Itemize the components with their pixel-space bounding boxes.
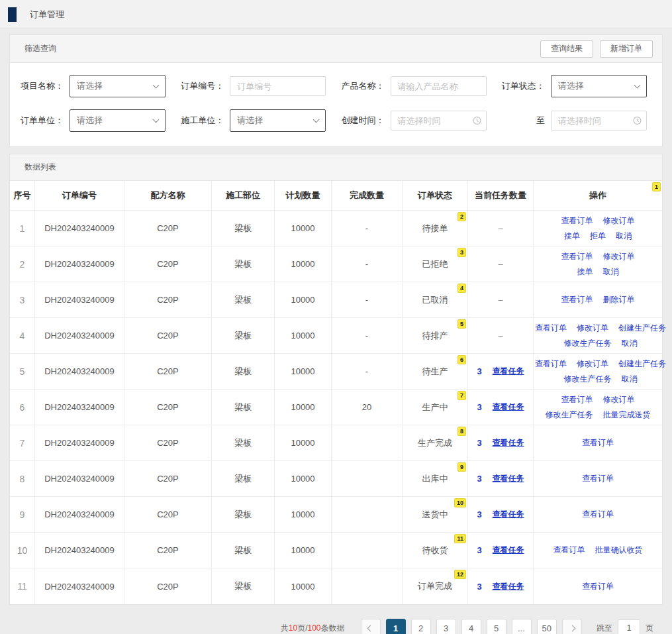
page-button-4[interactable]: 4 <box>461 619 481 634</box>
order-no-input[interactable] <box>230 76 326 96</box>
cancel-order-link[interactable]: 取消 <box>616 231 632 242</box>
formula-cell: C20P <box>124 425 212 460</box>
view-order-link[interactable]: 查看订单 <box>582 581 614 592</box>
task-count-cell: 3查看任务 <box>468 497 534 532</box>
next-page-button[interactable] <box>562 619 582 634</box>
column-header-8: 操作1 <box>534 181 662 210</box>
order-status-select[interactable]: 请选择 <box>551 75 647 97</box>
view-order-link[interactable]: 查看订单 <box>561 251 593 262</box>
cancel-order-link[interactable]: 取消 <box>622 374 638 385</box>
created-time-end-picker[interactable] <box>551 111 647 131</box>
order-unit-select[interactable]: 请选择 <box>70 109 166 132</box>
order-status-cell: 待排产5 <box>403 318 468 353</box>
view-order-link[interactable]: 查看订单 <box>561 294 593 305</box>
create-production-task-link[interactable]: 创建生产任务 <box>618 358 666 370</box>
order-no-cell: DH202403240009 <box>35 390 124 425</box>
page-button-3[interactable]: 3 <box>436 619 456 634</box>
status-text: 待排产 <box>422 330 448 342</box>
delete-order-link[interactable]: 删除订单 <box>603 294 635 305</box>
edit-order-link[interactable]: 修改订单 <box>603 215 635 227</box>
table-row: 9DH202403240009C20P梁板10000送货中103查看任务查看订单 <box>10 497 662 533</box>
task-count[interactable]: 3 <box>477 582 481 592</box>
select-value: 请选择 <box>237 115 263 127</box>
page-button-5[interactable]: 5 <box>487 619 506 634</box>
table-row: 7DH202403240009C20P梁板10000生产完成83查看任务查看订单 <box>10 425 662 461</box>
pagination: 共10页/100条数据 12345...50 跳至 页 <box>19 619 653 634</box>
batch-complete-delivery-link[interactable]: 批量完成送货 <box>603 409 651 421</box>
title-marker <box>8 7 17 22</box>
annotation-badge: 6 <box>457 355 466 364</box>
edit-production-task-link[interactable]: 修改生产任务 <box>564 374 612 385</box>
task-count[interactable]: 3 <box>477 438 481 448</box>
product-name-input[interactable] <box>391 76 487 96</box>
view-order-link[interactable]: 查看订单 <box>535 358 567 370</box>
view-tasks-link[interactable]: 查看任务 <box>493 581 524 592</box>
created-time-start-picker[interactable] <box>391 111 487 131</box>
view-order-link[interactable]: 查看订单 <box>582 509 614 520</box>
column-header-5: 完成数量 <box>332 181 403 210</box>
table-row: 4DH202403240009C20P梁板10000-待排产5–查看订单修改订单… <box>10 318 662 354</box>
annotation-badge: 2 <box>457 212 466 221</box>
prev-page-button[interactable] <box>361 619 381 634</box>
data-list-title: 数据列表 <box>24 162 56 173</box>
formula-cell: C20P <box>124 497 212 532</box>
project-name-select[interactable]: 请选择 <box>70 75 166 97</box>
construction-unit-select[interactable]: 请选择 <box>230 109 326 132</box>
query-result-button[interactable]: 查询结果 <box>540 40 593 58</box>
view-order-link[interactable]: 查看订单 <box>582 437 614 449</box>
cancel-order-link[interactable]: 取消 <box>603 266 619 278</box>
view-tasks-link[interactable]: 查看任务 <box>493 545 524 556</box>
operations-cell: 查看订单 <box>534 497 662 532</box>
page-button-1[interactable]: 1 <box>386 619 406 634</box>
created-time-field: 创建时间： <box>335 109 495 132</box>
construction-part-cell: 梁板 <box>212 461 275 496</box>
jump-page-input[interactable] <box>618 619 640 634</box>
view-tasks-link[interactable]: 查看任务 <box>493 509 524 520</box>
page-button-50[interactable]: 50 <box>537 619 557 634</box>
view-order-link[interactable]: 查看订单 <box>535 323 567 334</box>
batch-confirm-receipt-link[interactable]: 批量确认收货 <box>595 545 643 556</box>
task-count[interactable]: 3 <box>477 366 481 376</box>
table-row: 5DH202403240009C20P梁板10000-待生产63查看任务查看订单… <box>10 354 662 390</box>
row-seq: 5 <box>10 354 35 389</box>
edit-production-task-link[interactable]: 修改生产任务 <box>564 338 612 349</box>
view-tasks-link[interactable]: 查看任务 <box>493 401 524 413</box>
add-order-button[interactable]: 新增订单 <box>600 40 653 58</box>
create-production-task-link[interactable]: 创建生产任务 <box>618 323 666 334</box>
construction-unit-field: 施工单位： 请选择 <box>174 109 334 132</box>
view-tasks-link[interactable]: 查看任务 <box>493 473 524 484</box>
edit-production-task-link[interactable]: 修改生产任务 <box>546 409 593 421</box>
edit-order-link[interactable]: 修改订单 <box>577 358 608 370</box>
operations-line: 修改生产任务批量完成送货 <box>546 409 651 421</box>
task-count[interactable]: 3 <box>477 509 481 519</box>
table-body: 1DH202403240009C20P梁板10000-待接单2–查看订单修改订单… <box>10 211 662 604</box>
column-header-4: 计划数量 <box>275 181 332 210</box>
view-tasks-link[interactable]: 查看任务 <box>493 437 524 449</box>
page-ellipsis-button[interactable]: ... <box>512 619 532 634</box>
column-header-label: 完成数量 <box>350 189 384 201</box>
view-order-link[interactable]: 查看订单 <box>582 473 614 484</box>
edit-order-link[interactable]: 修改订单 <box>577 323 608 334</box>
view-order-link[interactable]: 查看订单 <box>553 545 585 556</box>
cancel-order-link[interactable]: 取消 <box>622 338 638 349</box>
task-count-cell: 3查看任务 <box>468 461 534 496</box>
reject-order-link[interactable]: 拒单 <box>590 231 606 242</box>
annotation-badge: 4 <box>457 284 466 293</box>
created-time-label: 创建时间： <box>335 115 391 127</box>
row-seq: 8 <box>10 461 35 496</box>
task-count[interactable]: 3 <box>477 402 481 412</box>
view-order-link[interactable]: 查看订单 <box>561 394 593 405</box>
task-count[interactable]: 3 <box>477 474 481 484</box>
planned-qty-cell: 10000 <box>275 533 332 568</box>
edit-order-link[interactable]: 修改订单 <box>603 251 635 262</box>
view-tasks-link[interactable]: 查看任务 <box>493 366 524 377</box>
accept-order-link[interactable]: 接单 <box>577 266 593 278</box>
view-order-link[interactable]: 查看订单 <box>561 215 593 227</box>
operations-cell: 查看订单 <box>534 568 662 604</box>
edit-order-link[interactable]: 修改订单 <box>603 394 635 405</box>
page-button-2[interactable]: 2 <box>411 619 431 634</box>
status-text: 出库中 <box>422 473 448 485</box>
accept-order-link[interactable]: 接单 <box>564 231 580 242</box>
task-count[interactable]: 3 <box>477 545 481 555</box>
order-no-cell: DH202403240009 <box>35 211 124 246</box>
